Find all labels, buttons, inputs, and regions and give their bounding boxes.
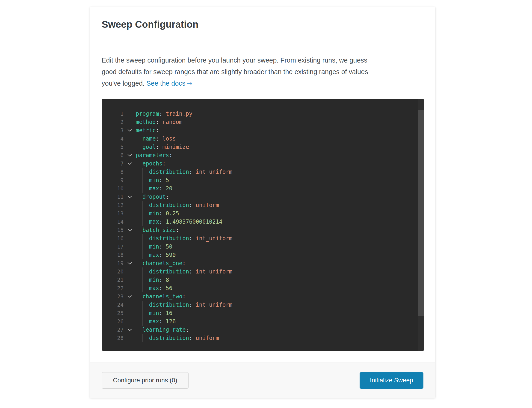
see-the-docs-link[interactable]: See the docs→: [146, 80, 192, 87]
code-line-content[interactable]: max: 590: [136, 251, 424, 259]
yaml-colon: :: [189, 268, 192, 275]
yaml-key: min: [149, 277, 159, 283]
yaml-key: distribution: [149, 302, 189, 308]
yaml-colon: :: [159, 110, 162, 117]
line-number: 20: [102, 267, 123, 276]
yaml-value: 56: [166, 285, 172, 291]
yaml-key: parameters: [136, 152, 169, 159]
indent-guide: [136, 284, 136, 292]
yaml-colon: :: [159, 177, 162, 183]
code-line-content[interactable]: distribution: uniform: [136, 201, 424, 209]
code-line: 26 max: 126: [102, 317, 424, 326]
fold-toggle[interactable]: [123, 226, 136, 234]
code-line-content[interactable]: distribution: int_uniform: [136, 234, 424, 243]
code-line-content[interactable]: distribution: uniform: [136, 334, 424, 342]
yaml-key: method: [136, 119, 156, 125]
indent-guide: [142, 176, 143, 184]
code-line-content[interactable]: min: 5: [136, 176, 424, 184]
yaml-key: epochs: [142, 160, 163, 167]
fold-toggle[interactable]: [123, 193, 136, 201]
code-line: 7 epochs:: [102, 160, 424, 168]
indent-guide: [136, 292, 136, 301]
code-line-content[interactable]: epochs:: [136, 160, 424, 168]
code-line-content[interactable]: max: 20: [136, 184, 424, 193]
code-line-content[interactable]: min: 16: [136, 309, 424, 317]
yaml-value: int_uniform: [196, 235, 232, 242]
code-line-content[interactable]: distribution: int_uniform: [136, 168, 424, 176]
yaml-key: channels_two: [142, 293, 182, 300]
configure-prior-runs-button[interactable]: Configure prior runs (0): [102, 372, 188, 389]
code-line-content[interactable]: parameters:: [136, 151, 424, 160]
fold-gutter-spacer: [123, 201, 136, 209]
code-lines: 1program: train.py2method: random3metric…: [102, 110, 424, 342]
line-number: 10: [102, 184, 123, 193]
indent-guide: [136, 334, 136, 342]
indent-guide: [142, 184, 143, 193]
yaml-value: 16: [166, 310, 172, 316]
code-line-content[interactable]: max: 1.498376000010214: [136, 218, 424, 226]
yaml-colon: :: [163, 160, 166, 167]
yaml-colon: :: [189, 302, 192, 308]
editor-scrollbar-thumb[interactable]: [418, 110, 424, 316]
code-line: 23 channels_two:: [102, 292, 424, 301]
arrow-right-icon: →: [185, 79, 192, 87]
code-line-content[interactable]: channels_one:: [136, 259, 424, 267]
code-line-content[interactable]: min: 50: [136, 243, 424, 251]
indent-guide: [142, 218, 143, 226]
code-line-content[interactable]: max: 126: [136, 317, 424, 326]
initialize-sweep-button[interactable]: Initialize Sweep: [360, 372, 423, 389]
code-line-content[interactable]: goal: minimize: [136, 143, 424, 151]
indent-guide: [136, 209, 136, 218]
fold-toggle[interactable]: [123, 292, 136, 301]
yaml-key: channels_one: [142, 260, 182, 267]
line-number: 21: [102, 276, 123, 284]
yaml-value: 50: [166, 243, 172, 250]
yaml-key: max: [149, 185, 159, 192]
fold-toggle[interactable]: [123, 326, 136, 334]
yaml-key: batch_size: [142, 227, 176, 233]
yaml-key: min: [149, 177, 159, 183]
fold-chevron-icon: [127, 328, 132, 332]
code-line: 4 name: loss: [102, 135, 424, 143]
code-line-content[interactable]: name: loss: [136, 135, 424, 143]
yaml-value: uniform: [196, 202, 219, 208]
fold-gutter-spacer: [123, 301, 136, 309]
code-line-content[interactable]: method: random: [136, 118, 424, 126]
code-line: 12 distribution: uniform: [102, 201, 424, 209]
code-line-content[interactable]: channels_two:: [136, 292, 424, 301]
code-line-content[interactable]: metric:: [136, 126, 424, 135]
fold-gutter-spacer: [123, 135, 136, 143]
code-line-content[interactable]: dropout:: [136, 193, 424, 201]
line-number: 11: [102, 193, 123, 201]
indent-guide: [136, 251, 136, 259]
code-line-content[interactable]: distribution: int_uniform: [136, 301, 424, 309]
code-line-content[interactable]: learning_rate:: [136, 326, 424, 334]
code-line-content[interactable]: distribution: int_uniform: [136, 267, 424, 276]
fold-gutter-spacer: [123, 309, 136, 317]
code-line-content[interactable]: min: 8: [136, 276, 424, 284]
code-line-content[interactable]: program: train.py: [136, 110, 424, 118]
fold-gutter-spacer: [123, 267, 136, 276]
line-number: 6: [102, 151, 123, 160]
yaml-key: distribution: [149, 202, 189, 208]
code-line-content[interactable]: max: 56: [136, 284, 424, 292]
fold-toggle[interactable]: [123, 151, 136, 160]
fold-toggle[interactable]: [123, 126, 136, 135]
yaml-value: uniform: [196, 335, 219, 341]
code-line: 16 distribution: int_uniform: [102, 234, 424, 243]
fold-toggle[interactable]: [123, 160, 136, 168]
indent-guide: [136, 267, 136, 276]
indent-guide: [136, 259, 136, 267]
yaml-colon: :: [156, 127, 159, 134]
yaml-colon: :: [166, 194, 169, 200]
line-number: 1: [102, 110, 123, 118]
fold-toggle[interactable]: [123, 259, 136, 267]
code-line-content[interactable]: batch_size:: [136, 226, 424, 234]
line-number: 14: [102, 218, 123, 226]
code-line: 21 min: 8: [102, 276, 424, 284]
dialog-footer: Configure prior runs (0) Initialize Swee…: [90, 363, 435, 398]
yaml-key: goal: [142, 144, 156, 150]
yaml-config-editor[interactable]: 1program: train.py2method: random3metric…: [102, 99, 424, 351]
indent-guide: [136, 218, 136, 226]
code-line-content[interactable]: min: 0.25: [136, 209, 424, 218]
